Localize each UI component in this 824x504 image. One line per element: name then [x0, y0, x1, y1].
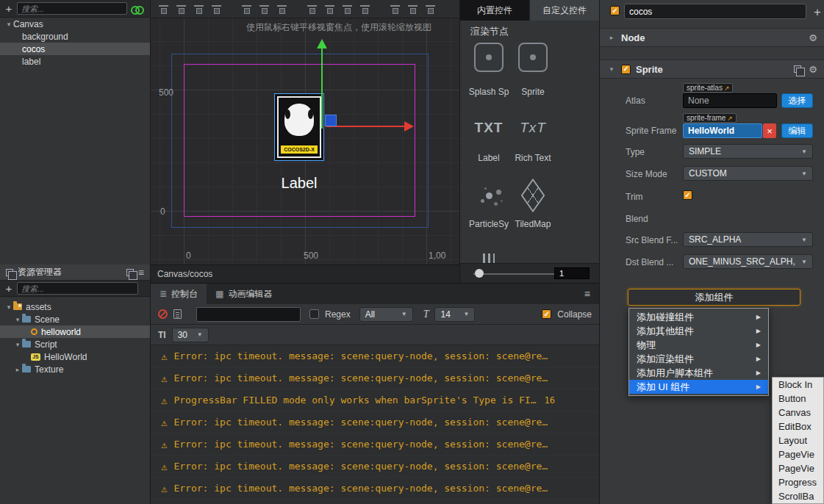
tree-node-cocos[interactable]: cocos — [0, 43, 150, 55]
regex-checkbox[interactable] — [309, 309, 319, 319]
atlas-value-field[interactable]: None — [683, 93, 777, 108]
tab-custom-widgets[interactable]: 自定义控件 — [529, 0, 599, 21]
align-top-icon[interactable] — [158, 4, 169, 14]
menu-item-user-script[interactable]: 添加用户脚本组件▶ — [629, 366, 768, 380]
link-sync-icon[interactable] — [131, 5, 143, 12]
asset-row-assets[interactable]: ▾ assets — [0, 300, 150, 313]
log-level-dropdown[interactable]: All▼ — [359, 307, 413, 322]
submenu-item-progressbar[interactable]: Progress — [773, 475, 823, 489]
log-row[interactable]: ⚠Error: ipc timeout. message: scene:quer… — [151, 478, 599, 500]
add-component-button[interactable]: 添加组件 — [628, 289, 800, 306]
chevron-down-icon[interactable]: ▾ — [4, 21, 13, 28]
src-blend-dropdown[interactable]: SRC_ALPHA▼ — [683, 232, 813, 247]
sprite-frame-value-field[interactable]: HelloWorld — [683, 123, 762, 138]
submenu-item-canvas[interactable]: Canvas — [773, 406, 823, 420]
scene-canvas[interactable]: 使用鼠标右键平移视窗焦点，使用滚轮缩放视图 COCOS2D-X Label 50… — [151, 18, 459, 264]
chevron-down-icon[interactable]: ▾ — [607, 65, 616, 73]
widget-tiledmap[interactable] — [512, 179, 554, 212]
chevron-down-icon[interactable]: ▾ — [13, 316, 22, 323]
align-left-icon[interactable] — [211, 4, 222, 14]
tab-animation-editor[interactable]: ▦ 动画编辑器 — [207, 284, 281, 304]
distribute-top-icon[interactable] — [307, 4, 318, 14]
line-height-dropdown[interactable]: 30▼ — [172, 328, 209, 342]
distribute-right-icon[interactable] — [407, 4, 418, 14]
trim-checkbox[interactable] — [683, 190, 692, 200]
node-name-input[interactable] — [624, 4, 806, 19]
clear-console-icon[interactable] — [158, 309, 168, 319]
dst-blend-dropdown[interactable]: ONE_MINUS_SRC_ALPH,▼ — [683, 254, 813, 269]
widget-particlesystem[interactable] — [467, 179, 510, 212]
align-bottom-icon[interactable] — [193, 4, 204, 14]
submenu-item-layout[interactable]: Layout — [773, 433, 823, 447]
zoom-slider-track[interactable] — [473, 273, 556, 275]
distribute-hcenter-icon[interactable] — [390, 4, 401, 14]
gear-icon[interactable]: ⚙ — [809, 65, 817, 74]
align-vcenter-icon[interactable] — [176, 4, 187, 14]
zoom-slider-handle[interactable] — [475, 269, 484, 278]
gizmo-xy-handle[interactable] — [325, 115, 337, 126]
widget-splash[interactable] — [467, 41, 510, 73]
sprite-section-header[interactable]: ▾ Sprite ⚙ — [600, 60, 824, 79]
asset-row-texture-folder[interactable]: ▸ Texture — [0, 363, 150, 375]
chevron-right-icon[interactable]: ▸ — [607, 34, 616, 41]
atlas-select-button[interactable]: 选择 — [781, 93, 813, 108]
log-row[interactable]: ⚠Error: ipc timeout. message: scene:quer… — [151, 433, 599, 456]
distribute-gap-icon[interactable] — [425, 4, 436, 14]
float-panel-icon[interactable] — [126, 269, 134, 276]
chevron-down-icon[interactable]: ▾ — [13, 341, 22, 348]
cocos-sprite-node[interactable]: COCOS2D-X — [274, 93, 324, 161]
font-size-dropdown[interactable]: 14▼ — [434, 307, 475, 322]
tree-node-label[interactable]: label — [0, 55, 150, 68]
menu-item-ui-component[interactable]: 添加 UI 组件▶ — [629, 380, 768, 394]
align-hcenter-icon[interactable] — [241, 4, 252, 14]
docs-icon[interactable] — [794, 65, 801, 73]
log-row[interactable]: ⚠Error: ipc timeout. message: scene:quer… — [151, 367, 599, 389]
size-mode-dropdown[interactable]: CUSTOM▼ — [683, 166, 813, 181]
sprite-enabled-checkbox[interactable] — [621, 65, 631, 74]
gizmo-y-axis[interactable] — [321, 48, 323, 129]
distribute-left-icon[interactable] — [359, 4, 370, 14]
gizmo-y-arrowhead-icon[interactable] — [317, 39, 327, 48]
submenu-item-button[interactable]: Button — [773, 392, 823, 406]
gear-icon[interactable]: ⚙ — [809, 33, 817, 43]
log-row[interactable]: ⚠ProgressBar FILLED mode only works when… — [151, 389, 599, 411]
submenu-item-editbox[interactable]: EditBox — [773, 420, 823, 433]
asset-row-scene-folder[interactable]: ▾ Scene — [0, 313, 150, 325]
distribute-bottom-icon[interactable] — [342, 4, 353, 14]
panel-menu-icon[interactable]: ≡ — [138, 267, 144, 278]
open-log-file-icon[interactable] — [173, 309, 182, 319]
tab-builtin-widgets[interactable]: 内置控件 — [460, 0, 529, 21]
tab-console[interactable]: ≣ 控制台 — [151, 284, 207, 304]
menu-item-physics[interactable]: 物理▶ — [629, 338, 768, 352]
add-node-lock-button[interactable]: + — [813, 6, 822, 18]
menu-item-others[interactable]: 添加其他组件▶ — [629, 324, 768, 338]
asset-row-script-folder[interactable]: ▾ Script — [0, 338, 150, 350]
submenu-item-pageview-indicator[interactable]: PageVie — [773, 461, 823, 475]
widget-label[interactable]: TXT — [467, 112, 510, 144]
menu-item-renderer[interactable]: 添加渲染组件▶ — [629, 352, 768, 366]
frame-edit-button[interactable]: 编辑 — [781, 123, 813, 138]
clear-frame-button[interactable]: × — [763, 123, 776, 138]
asset-row-helloworld-scene[interactable]: helloworld — [0, 325, 150, 338]
align-right-icon[interactable] — [259, 4, 270, 14]
add-node-button[interactable]: + — [4, 3, 13, 14]
log-row[interactable]: ⚠Error: ipc timeout. message: scene:quer… — [151, 345, 599, 367]
label-node-text[interactable]: Label — [255, 175, 343, 192]
asset-row-helloworld-script[interactable]: JS HelloWorld — [0, 350, 150, 363]
gizmo-x-arrowhead-icon[interactable] — [404, 121, 414, 132]
chevron-right-icon[interactable]: ▸ — [13, 366, 22, 373]
widget-richtext[interactable]: TxT — [512, 112, 554, 144]
node-section-header[interactable]: ▸ Node ⚙ — [600, 28, 824, 47]
type-dropdown[interactable]: SIMPLE▼ — [683, 144, 813, 159]
gizmo-x-axis[interactable] — [326, 126, 405, 127]
console-menu-icon[interactable]: ≡ — [584, 289, 599, 299]
submenu-item-block-input[interactable]: Block In — [773, 378, 823, 392]
add-asset-button[interactable]: + — [4, 283, 13, 294]
node-active-checkbox[interactable] — [610, 6, 620, 15]
chevron-down-icon[interactable]: ▾ — [4, 303, 13, 311]
submenu-item-scrollbar[interactable]: ScrollBa — [773, 489, 823, 503]
widget-sprite[interactable] — [512, 41, 554, 73]
log-row[interactable]: ⚠Error: ipc timeout. message: scene:quer… — [151, 411, 599, 433]
assets-search-input[interactable] — [17, 282, 138, 295]
distribute-vcenter-icon[interactable] — [324, 4, 335, 14]
